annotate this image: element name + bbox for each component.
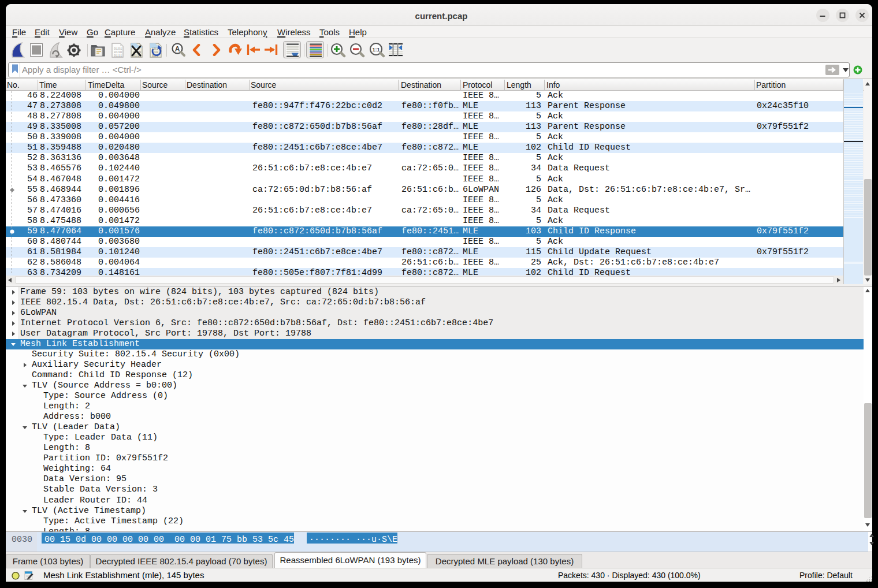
svg-text:0111: 0111 (114, 54, 122, 58)
svg-text:A: A (175, 45, 180, 53)
svg-text:1:1: 1:1 (372, 47, 380, 53)
